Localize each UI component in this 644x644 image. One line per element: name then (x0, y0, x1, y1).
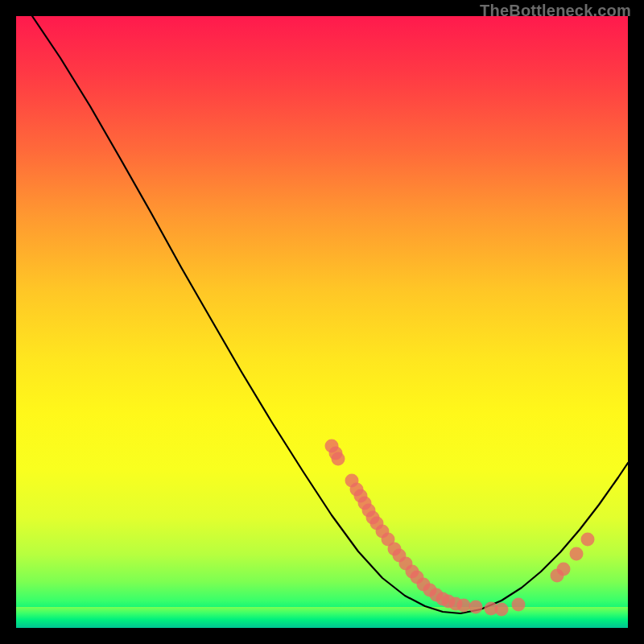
plot-area (16, 16, 628, 628)
chart-svg (16, 16, 628, 628)
scatter-dot (557, 563, 571, 576)
scatter-dot (469, 601, 483, 614)
bottleneck-curve (32, 16, 628, 613)
scatter-dot (495, 603, 509, 617)
scatter-dot (332, 452, 345, 466)
scatter-dot (512, 598, 526, 612)
scatter-points (325, 440, 595, 617)
scatter-dot (581, 533, 595, 547)
scatter-dot (570, 547, 584, 561)
chart-stage: TheBottleneck.com (0, 0, 644, 644)
scatter-dot (457, 599, 471, 613)
